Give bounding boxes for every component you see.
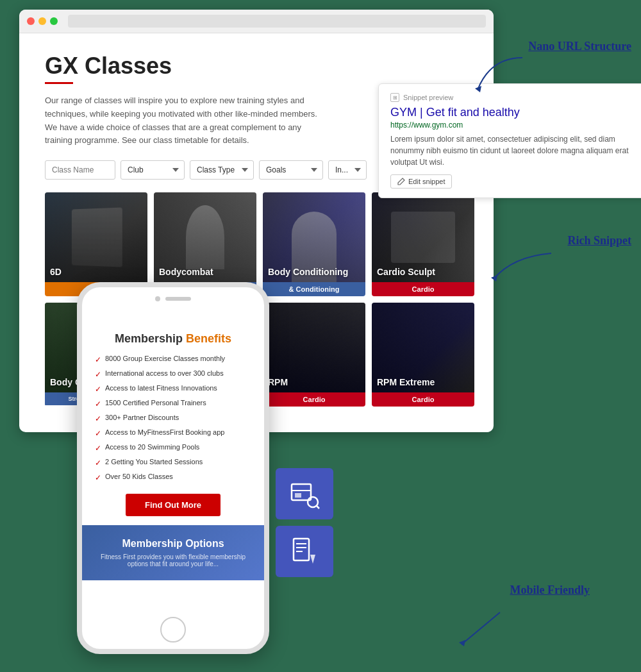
page-title: GX Classes: [45, 53, 468, 80]
svg-marker-11: [310, 555, 315, 564]
check-icon: ✓: [95, 355, 101, 364]
check-icon: ✓: [95, 473, 101, 482]
phone-camera: [155, 296, 160, 301]
class-name-input[interactable]: [45, 160, 115, 180]
check-icon: ✓: [95, 458, 101, 467]
list-item: ✓Over 50 Kids Classes: [95, 470, 251, 485]
mobile-friendly-arrow: [449, 609, 513, 648]
benefit-text: 1500 Certified Personal Trainers: [105, 399, 206, 407]
list-item: ✓International access to over 300 clubs: [95, 367, 251, 382]
nano-url-arrow: [471, 51, 535, 103]
check-icon: ✓: [95, 429, 101, 438]
list-item: ✓1500 Certified Personal Trainers: [95, 396, 251, 411]
list-item: ✓8000 Group Exercise Classes monthly: [95, 352, 251, 367]
svg-marker-1: [491, 275, 497, 281]
check-icon: ✓: [95, 385, 101, 394]
url-bar[interactable]: [68, 15, 486, 28]
check-icon: ✓: [95, 444, 101, 453]
feature-box-1: [276, 468, 333, 519]
benefit-text: International access to over 300 clubs: [105, 369, 224, 377]
browser-titlebar: [19, 10, 494, 33]
card-rpm-label: RPM: [268, 377, 288, 387]
page-description: Our range of classes will inspire you to…: [45, 94, 327, 147]
membership-benefits-title: Membership Benefits: [82, 319, 264, 352]
snippet-description: Lorem ipsum dolor sit amet, consectetuer…: [390, 133, 635, 168]
phone-screen: Membership Benefits ✓8000 Group Exercise…: [82, 319, 264, 610]
check-icon: ✓: [95, 414, 101, 423]
pencil-icon: [397, 178, 405, 185]
list-item: ✓Access to 20 Swimming Pools: [95, 441, 251, 455]
benefit-text: 8000 Group Exercise Classes monthly: [105, 355, 225, 362]
class-card-rpm[interactable]: RPM Cardio: [263, 303, 365, 407]
snippet-title: GYM | Get fit and healthy: [390, 106, 635, 119]
benefit-text: Access to latest Fitness Innovations: [105, 384, 217, 392]
svg-rect-7: [294, 539, 309, 560]
phone-mockup: Membership Benefits ✓8000 Group Exercise…: [77, 282, 269, 654]
card-rpm-category: Cardio: [263, 392, 365, 407]
list-item: ✓Access to MyFitnessFirst Booking app: [95, 426, 251, 441]
membership-options-desc: Fitness First provides you with flexible…: [92, 553, 254, 567]
svg-rect-2: [292, 484, 311, 500]
card-bodyconditioning-category: & Conditioning: [263, 282, 365, 296]
snippet-icon: ⊞: [390, 93, 399, 102]
class-card-bodycombat[interactable]: Bodycombat: [154, 192, 256, 296]
nano-url-label: Nano URL Structure: [528, 40, 631, 53]
minimize-dot[interactable]: [38, 17, 46, 25]
edit-snippet-button[interactable]: Edit snippet: [390, 174, 452, 189]
card-bodycombat-label: Bodycombat: [159, 267, 213, 277]
snippet-url: https://www.gym.com: [390, 121, 635, 130]
phone-microphone: [165, 297, 191, 301]
card-6d-label: 6D: [50, 267, 62, 277]
maximize-dot[interactable]: [50, 17, 58, 25]
intensity-select[interactable]: In...: [328, 160, 367, 180]
find-out-more-button[interactable]: Find Out More: [126, 494, 221, 516]
edit-snippet-label: Edit snippet: [408, 178, 445, 185]
title-underline: [45, 82, 73, 84]
card-bodyconditioning-label: Body Conditioning: [268, 267, 348, 277]
benefit-text: 300+ Partner Discounts: [105, 414, 179, 421]
phone-speaker: [155, 296, 191, 301]
benefits-list: ✓8000 Group Exercise Classes monthly ✓In…: [82, 352, 264, 485]
list-item: ✓2 Getting You Started Sessions: [95, 455, 251, 470]
membership-options-title: Membership Options: [92, 538, 254, 550]
phone-home-button[interactable]: [160, 617, 186, 643]
benefit-text: Access to 20 Swimming Pools: [105, 443, 199, 451]
svg-marker-12: [459, 640, 465, 646]
card-cardiosculpt-category: Cardio: [372, 282, 474, 296]
class-type-select[interactable]: Class Type: [190, 160, 254, 180]
rich-snippet-arrow: [487, 247, 564, 285]
card-rpmextreme-label: RPM Extreme: [377, 377, 435, 387]
svg-line-5: [316, 505, 319, 508]
check-icon: ✓: [95, 370, 101, 379]
goals-select[interactable]: Goals: [259, 160, 323, 180]
feature-box-2: [276, 526, 333, 577]
feature-icon-1: [288, 478, 320, 510]
snippet-header-label: Snippet preview: [403, 94, 453, 101]
feature-icon-2: [288, 535, 320, 567]
membership-benefits-orange: Benefits: [186, 332, 231, 345]
check-icon: ✓: [95, 399, 101, 408]
membership-options-section: Membership Options Fitness First provide…: [82, 525, 264, 580]
card-cardiosculpt-label: Cardio Sculpt: [377, 267, 435, 277]
card-rpmextreme-category: Cardio: [372, 392, 474, 407]
class-card-cardiosculpt[interactable]: Cardio Sculpt Cardio: [372, 192, 474, 296]
cards-row-1: 6D 6D Bodycombat: [45, 192, 468, 296]
list-item: ✓Access to latest Fitness Innovations: [95, 382, 251, 396]
rich-snippet-label: Rich Snippet: [567, 234, 631, 248]
close-dot[interactable]: [27, 17, 35, 25]
benefit-text: Access to MyFitnessFirst Booking app: [105, 428, 224, 436]
benefit-text: Over 50 Kids Classes: [105, 473, 173, 480]
club-select[interactable]: Club: [121, 160, 185, 180]
benefit-text: 2 Getting You Started Sessions: [105, 458, 203, 466]
class-card-rpmextreme[interactable]: RPM Extreme Cardio: [372, 303, 474, 407]
class-card-6d[interactable]: 6D 6D: [45, 192, 147, 296]
list-item: ✓300+ Partner Discounts: [95, 411, 251, 426]
svg-rect-6: [295, 493, 301, 498]
class-card-bodyconditioning[interactable]: Body Conditioning & Conditioning: [263, 192, 365, 296]
mobile-friendly-label: Mobile Friendly: [510, 584, 590, 597]
